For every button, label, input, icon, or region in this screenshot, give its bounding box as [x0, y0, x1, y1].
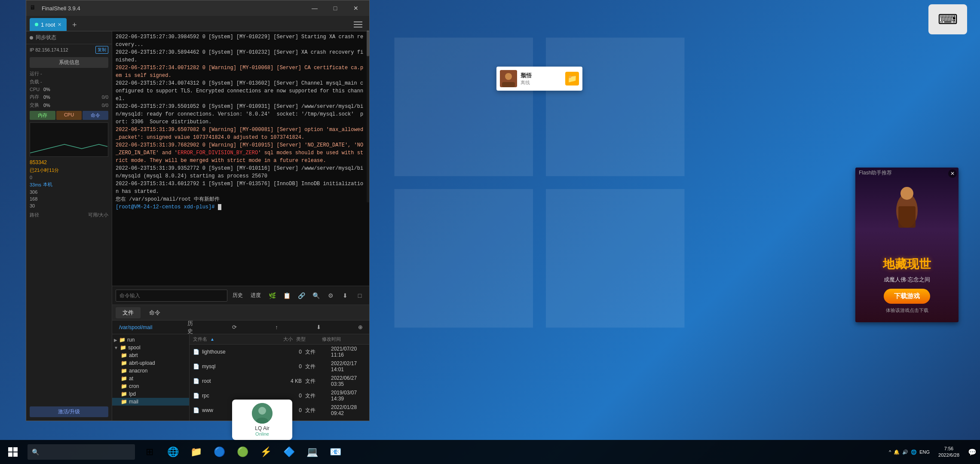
cpu-val: 0% [43, 87, 50, 92]
tree-item-anacron[interactable]: 📁 anacron [112, 367, 189, 375]
scrollbar-track[interactable] [367, 31, 369, 202]
settings-icon[interactable]: ⚙ [325, 290, 337, 302]
network-stat-row: 30 [26, 202, 112, 209]
new-tab-button[interactable]: + [68, 19, 80, 31]
upload-file-button[interactable]: ⊕ [355, 322, 366, 333]
tab-dot [35, 23, 38, 26]
app6-button[interactable]: 🔷 [278, 441, 300, 463]
tab-close-button[interactable]: ✕ [58, 22, 61, 27]
file-type: 文件 [305, 378, 331, 385]
tree-label: anacron [129, 368, 147, 374]
download-file-button[interactable]: ⬇ [313, 322, 324, 333]
plant-icon[interactable]: 🌿 [266, 290, 278, 302]
notification-button[interactable]: 💬 [965, 440, 980, 464]
progress-button[interactable]: 进度 [248, 290, 263, 302]
up-dir-button[interactable]: ↑ [272, 322, 282, 333]
tree-item-abrt[interactable]: 📁 abrt [112, 351, 189, 359]
lqair-popup: LQ Air Online [232, 400, 292, 440]
copy-ip-button[interactable]: 复制 [95, 46, 108, 54]
monitor-tab-mem[interactable]: 内存 [30, 111, 55, 120]
tree-item-lpd[interactable]: 📁 lpd [112, 390, 189, 398]
hamburger-line-1 [354, 21, 362, 22]
app3-button[interactable]: 🔵 [208, 441, 230, 463]
tab-bar: 1 root ✕ + [26, 16, 369, 31]
app-icon: 🖥 [30, 4, 38, 12]
file-row[interactable]: 📄 lighthouse 0 文件 2021/07/20 11:16 [190, 345, 369, 359]
taskbar-clock[interactable]: 7:56 2022/6/28 [933, 446, 965, 459]
taskbar-search[interactable]: 🔍 [28, 444, 135, 460]
current-path: /var/spool/mail [116, 324, 156, 331]
cursor [218, 204, 221, 210]
task-view-button[interactable]: ⊞ [138, 441, 161, 463]
tree-item-mail[interactable]: 📁 mail [112, 398, 189, 406]
log-line: 2022-06-23T15:31:43.6012792 1 [System] [… [116, 180, 366, 195]
folder-icon: 📁 [121, 352, 127, 358]
ad-download-button[interactable]: 下载游戏 [884, 289, 930, 304]
finalshell-window: 🖥 FinalShell 3.9.4 — □ ✕ 1 root ✕ + 同步状态 [26, 0, 370, 421]
edge-button[interactable]: 🌐 [162, 441, 184, 463]
download-icon[interactable]: ⬇ [339, 290, 351, 302]
left-panel: 同步状态 IP 82.156.174.112 复制 系统信息 运行 - 负载 -… [26, 31, 112, 421]
clipboard-icon[interactable]: 📋 [281, 290, 293, 302]
tray-lang[interactable]: ENG [919, 449, 930, 455]
hamburger-line-3 [354, 27, 362, 27]
command-input[interactable] [116, 290, 227, 302]
file-date: 2022/01/28 09:42 [331, 404, 366, 416]
tree-item-cron[interactable]: 📁 cron [112, 382, 189, 390]
terminal-bottom-bar: 历史 进度 🌿 📋 🔗 🔍 ⚙ ⬇ □ [112, 286, 369, 305]
app8-button[interactable]: 📧 [324, 441, 346, 463]
tree-item-abrt-upload[interactable]: 📁 abrt-upload [112, 359, 189, 367]
file-explorer-button[interactable]: 📁 [185, 441, 207, 463]
app5-button[interactable]: ⚡ [254, 441, 277, 463]
app7-button[interactable]: 💻 [301, 441, 323, 463]
folder-icon: 📁 [121, 375, 127, 382]
keyboard-icon[interactable]: ⌨ [928, 4, 967, 34]
tray-show-hidden[interactable]: ^ [889, 449, 891, 455]
window-icon[interactable]: □ [354, 290, 366, 302]
col-header-name: 文件名 ▲ [193, 336, 270, 342]
ad-close-button[interactable]: ✕ [948, 169, 957, 178]
file-tab-files[interactable]: 文件 [116, 307, 141, 318]
file-row[interactable]: 📄 mysql 0 文件 2022/02/17 14:01 [190, 359, 369, 374]
tab-label: 1 root [41, 21, 55, 28]
file-type: 文件 [305, 392, 331, 400]
tree-item-run[interactable]: ▶ 📁 run [112, 336, 189, 344]
tree-item-at[interactable]: 📁 at [112, 375, 189, 382]
swap-val: 0% [43, 103, 50, 108]
tree-item-spool[interactable]: ▼ 📁 spool [112, 344, 189, 351]
link-icon[interactable]: 🔗 [295, 290, 307, 302]
svg-rect-0 [395, 38, 533, 177]
swap-label: 交换 [30, 102, 42, 108]
folder-icon: 📁 [119, 337, 126, 343]
tab-root[interactable]: 1 root ✕ [30, 18, 67, 31]
scrollbar-thumb[interactable] [367, 31, 369, 56]
ad-subtitle: 成魔人佛·忘念之间 [884, 276, 930, 284]
close-button[interactable]: ✕ [346, 1, 366, 15]
file-tab-commands[interactable]: 命令 [142, 307, 167, 318]
file-name: rpc [202, 393, 279, 399]
monitor-tab-cpu[interactable]: CPU [56, 111, 82, 120]
ip-label: IP 82.156.174.112 [30, 47, 68, 52]
app4-button[interactable]: 🟢 [231, 441, 254, 463]
upgrade-button[interactable]: 激活/升级 [30, 406, 108, 417]
monitor-tab-cmd[interactable]: 命令 [83, 111, 108, 120]
history-file-button[interactable]: 历史 [187, 322, 198, 333]
mem-label: 内存 [30, 94, 42, 100]
network-row: 33ms 本机 [26, 180, 112, 189]
menu-button[interactable] [350, 18, 366, 31]
search-icon[interactable]: 🔍 [310, 290, 322, 302]
minimize-button[interactable]: — [305, 1, 325, 15]
mem-val: 0% [43, 95, 50, 100]
start-button[interactable] [0, 440, 26, 464]
tree-label: spool [128, 345, 141, 351]
file-list-header: 文件名 ▲ 大小 类型 修改时间 [190, 334, 369, 345]
file-row[interactable]: 📄 root 4 KB 文件 2022/06/27 03:35 [190, 374, 369, 388]
sys-info-button[interactable]: 系统信息 [30, 57, 108, 68]
maximize-button[interactable]: □ [325, 1, 345, 15]
svg-rect-15 [8, 452, 12, 457]
chat-action-icon[interactable]: 📁 [565, 72, 579, 85]
refresh-file-button[interactable]: ⟳ [230, 322, 240, 333]
folder-icon: 📁 [121, 368, 127, 374]
history-button[interactable]: 历史 [230, 290, 245, 302]
file-name: mysql [202, 363, 279, 369]
